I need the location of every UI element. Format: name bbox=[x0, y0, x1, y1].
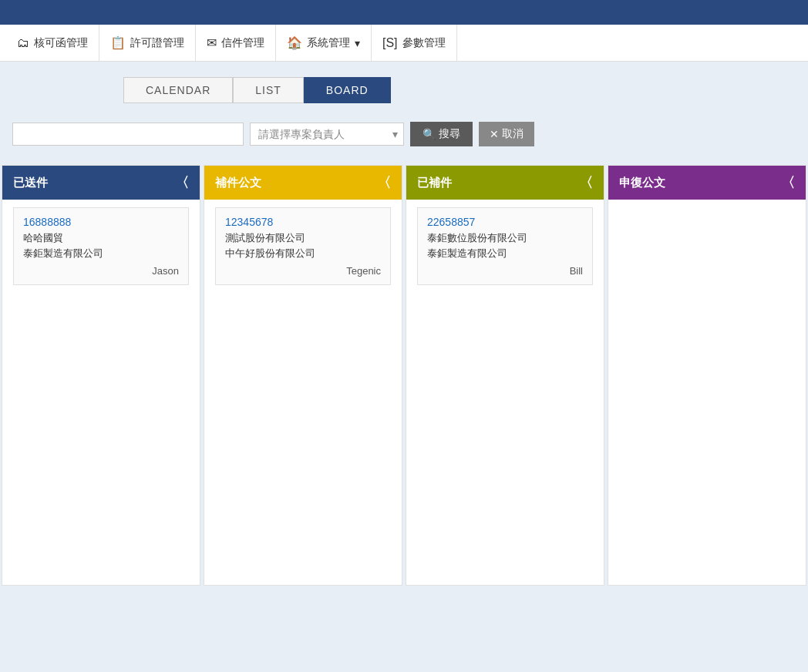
card-line-0: 測試股份有限公司 bbox=[225, 231, 381, 245]
search-icon: 🔍 bbox=[423, 128, 436, 140]
nav-item-license[interactable]: 📋 許可證管理 bbox=[99, 25, 196, 61]
nav-bar: 🗂 核可函管理 📋 許可證管理 ✉ 信件管理 🏠 系統管理 ▾ [S] 參數管理 bbox=[0, 25, 808, 62]
nav-item-params[interactable]: [S] 參數管理 bbox=[372, 25, 457, 61]
select-wrap: 請選擇專案負責人 ▾ bbox=[250, 123, 404, 146]
col-header-sent: 已送件〈 bbox=[2, 166, 200, 200]
top-bar bbox=[0, 0, 808, 25]
approval-icon: 🗂 bbox=[17, 36, 29, 50]
col-body-sent: 16888888哈哈國貿泰鉅製造有限公司Jason bbox=[2, 200, 200, 585]
board-column-appeal: 申復公文〈 bbox=[608, 165, 806, 586]
nav-label-system: 系統管理 bbox=[307, 36, 350, 50]
cancel-icon: ✕ bbox=[490, 128, 499, 140]
nav-item-system[interactable]: 🏠 系統管理 ▾ bbox=[276, 25, 372, 61]
system-icon: 🏠 bbox=[287, 35, 302, 50]
card-12345678: 12345678測試股份有限公司中午好股份有限公司Tegenic bbox=[215, 207, 391, 285]
card-id-16888888[interactable]: 16888888 bbox=[23, 216, 179, 228]
col-header-appeal: 申復公文〈 bbox=[608, 166, 806, 200]
nav-label-approval: 核可函管理 bbox=[34, 36, 88, 50]
search-button[interactable]: 🔍 搜尋 bbox=[410, 122, 473, 146]
tab-calendar[interactable]: CALENDAR bbox=[123, 77, 233, 103]
board-area: 已送件〈16888888哈哈國貿泰鉅製造有限公司Jason補件公文〈123456… bbox=[0, 165, 808, 586]
card-assignee-12345678: Tegenic bbox=[225, 265, 381, 277]
mail-icon: ✉ bbox=[207, 35, 217, 50]
col-title-appeal: 申復公文 bbox=[619, 176, 665, 190]
card-line-0: 哈哈國貿 bbox=[23, 231, 179, 245]
col-title-sent: 已送件 bbox=[13, 176, 48, 190]
col-body-supplement: 12345678測試股份有限公司中午好股份有限公司Tegenic bbox=[204, 200, 402, 585]
col-collapse-icon-supplement[interactable]: 〈 bbox=[377, 173, 391, 192]
board-column-sent: 已送件〈16888888哈哈國貿泰鉅製造有限公司Jason bbox=[2, 165, 200, 586]
col-collapse-icon-appeal[interactable]: 〈 bbox=[781, 173, 795, 192]
card-22658857: 22658857泰鉅數位股份有限公司泰鉅製造有限公司Bill bbox=[417, 207, 593, 285]
tabs-area: CALENDAR LIST BOARD bbox=[0, 62, 808, 103]
card-line-1: 泰鉅製造有限公司 bbox=[427, 247, 583, 260]
assignee-select[interactable]: 請選擇專案負責人 bbox=[250, 123, 404, 146]
col-title-supplemented: 已補件 bbox=[417, 176, 452, 190]
tab-list[interactable]: LIST bbox=[233, 77, 304, 103]
nav-item-mail[interactable]: ✉ 信件管理 bbox=[196, 25, 276, 61]
params-icon: [S] bbox=[382, 36, 398, 50]
board-column-supplement: 補件公文〈12345678測試股份有限公司中午好股份有限公司Tegenic bbox=[204, 165, 402, 586]
nav-label-params: 參數管理 bbox=[402, 36, 446, 50]
card-id-12345678[interactable]: 12345678 bbox=[225, 216, 381, 228]
col-header-supplemented: 已補件〈 bbox=[406, 166, 604, 200]
nav-label-license: 許可證管理 bbox=[130, 36, 184, 50]
search-input[interactable] bbox=[12, 123, 244, 146]
cancel-button[interactable]: ✕ 取消 bbox=[479, 122, 534, 146]
card-assignee-16888888: Jason bbox=[23, 265, 179, 277]
card-16888888: 16888888哈哈國貿泰鉅製造有限公司Jason bbox=[13, 207, 189, 285]
card-line-0: 泰鉅數位股份有限公司 bbox=[427, 231, 583, 245]
dropdown-arrow-icon: ▾ bbox=[355, 37, 360, 49]
nav-label-mail: 信件管理 bbox=[221, 36, 264, 50]
col-collapse-icon-supplemented[interactable]: 〈 bbox=[579, 173, 593, 192]
tab-board[interactable]: BOARD bbox=[304, 77, 391, 103]
card-line-1: 中午好股份有限公司 bbox=[225, 247, 381, 260]
card-id-22658857[interactable]: 22658857 bbox=[427, 216, 583, 228]
card-assignee-22658857: Bill bbox=[427, 265, 583, 277]
nav-item-approval[interactable]: 🗂 核可函管理 bbox=[6, 25, 99, 61]
col-collapse-icon-sent[interactable]: 〈 bbox=[175, 173, 189, 192]
search-bar: 請選擇專案負責人 ▾ 🔍 搜尋 ✕ 取消 bbox=[0, 103, 808, 165]
col-body-appeal bbox=[608, 200, 806, 585]
card-line-1: 泰鉅製造有限公司 bbox=[23, 247, 179, 260]
col-body-supplemented: 22658857泰鉅數位股份有限公司泰鉅製造有限公司Bill bbox=[406, 200, 604, 585]
board-column-supplemented: 已補件〈22658857泰鉅數位股份有限公司泰鉅製造有限公司Bill bbox=[406, 165, 604, 586]
col-header-supplement: 補件公文〈 bbox=[204, 166, 402, 200]
col-title-supplement: 補件公文 bbox=[215, 176, 261, 190]
license-icon: 📋 bbox=[110, 35, 126, 50]
